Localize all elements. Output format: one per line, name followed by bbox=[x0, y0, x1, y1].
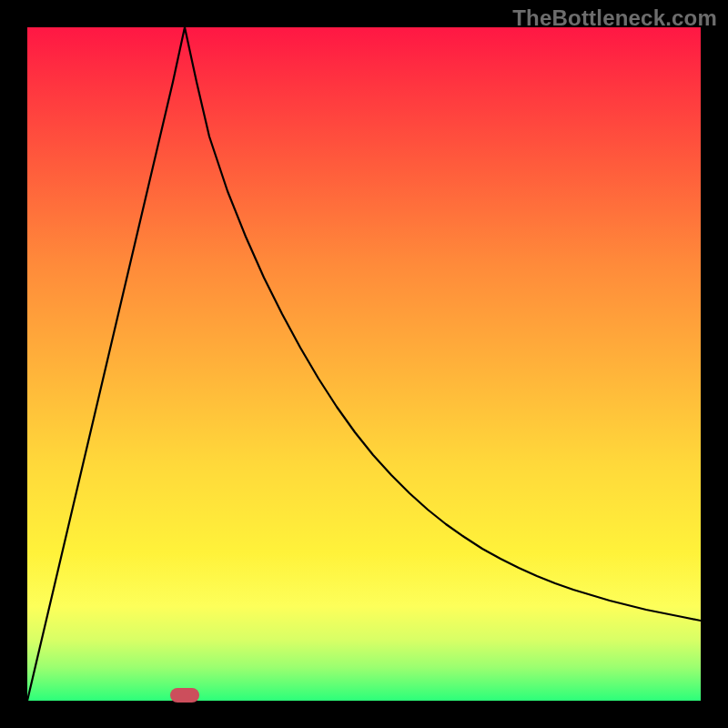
plot-area bbox=[27, 27, 701, 701]
bottleneck-curve bbox=[27, 27, 701, 701]
optimum-marker bbox=[170, 688, 199, 703]
chart-stage: TheBottleneck.com bbox=[0, 0, 728, 728]
watermark-text: TheBottleneck.com bbox=[512, 5, 717, 31]
